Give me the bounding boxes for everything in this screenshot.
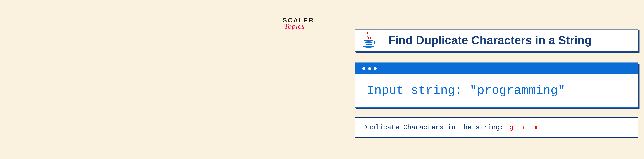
code-content: Input string: "programming" bbox=[355, 74, 638, 107]
content-area: Find Duplicate Characters in a String In… bbox=[355, 29, 638, 138]
window-dot bbox=[362, 67, 365, 70]
title-bar: Find Duplicate Characters in a String bbox=[355, 29, 638, 52]
code-window: Input string: "programming" bbox=[355, 62, 638, 108]
window-dot bbox=[374, 67, 376, 70]
output-box: Duplicate Characters in the string: g r … bbox=[355, 118, 638, 138]
duplicate-characters-result: g r m bbox=[509, 124, 541, 131]
window-dot bbox=[368, 67, 371, 70]
scaler-topics-logo: SCALER Topics bbox=[283, 17, 314, 31]
title-text: Find Duplicate Characters in a String bbox=[382, 30, 638, 51]
java-icon bbox=[361, 31, 376, 50]
window-titlebar bbox=[355, 63, 638, 74]
output-label: Duplicate Characters in the string: bbox=[363, 124, 504, 131]
java-icon-box bbox=[355, 30, 382, 51]
